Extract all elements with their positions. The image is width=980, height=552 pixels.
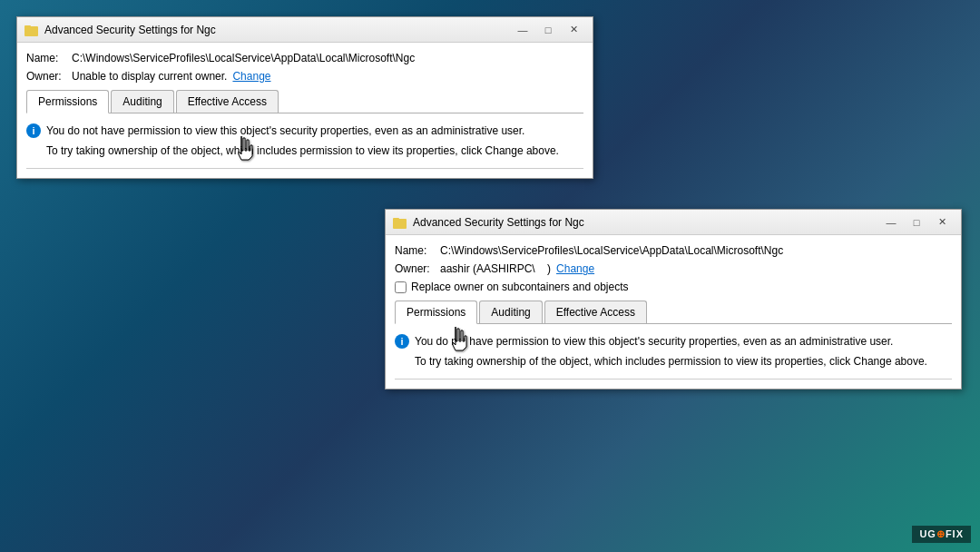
maximize-btn-1[interactable]: □ [536, 21, 560, 39]
window2-title: Advanced Security Settings for Ngc [413, 216, 879, 229]
tab-auditing-2[interactable]: Auditing [479, 301, 542, 323]
info-line2-1: To try taking ownership of the object, w… [46, 143, 559, 159]
window2-controls[interactable]: — □ ✕ [879, 213, 954, 232]
info-line1-2: You do not have permission to view this … [415, 333, 927, 350]
info-icon-2: i [395, 334, 409, 349]
tab-auditing-1[interactable]: Auditing [111, 90, 173, 113]
name-row-2: Name: C:\Windows\ServiceProfiles\LocalSe… [395, 244, 952, 257]
owner-label-1: Owner: [26, 70, 72, 83]
close-btn-2[interactable]: ✕ [930, 213, 954, 232]
info-icon-1: i [26, 123, 41, 138]
tabs-1: Permissions Auditing Effective Access [26, 90, 583, 113]
watermark: UG⊕FIX [912, 526, 971, 543]
owner-change-link-1[interactable]: Change [232, 70, 270, 83]
info-text-2: You do not have permission to view this … [415, 333, 927, 370]
svg-rect-3 [393, 218, 399, 221]
window1-title: Advanced Security Settings for Ngc [44, 24, 511, 36]
info-line1-1: You do not have permission to view this … [46, 123, 559, 139]
tab-permissions-1[interactable]: Permissions [26, 90, 109, 113]
title-bar-1[interactable]: Advanced Security Settings for Ngc — □ ✕ [17, 17, 593, 43]
folder-icon-1 [24, 23, 39, 37]
tab-permissions-2[interactable]: Permissions [395, 301, 477, 324]
name-label-2: Name: [395, 244, 440, 257]
owner-label-2: Owner: [395, 262, 440, 275]
window1-controls[interactable]: — □ ✕ [511, 21, 585, 39]
info-panel-2: i You do not have permission to view thi… [395, 324, 952, 380]
maximize-btn-2[interactable]: □ [905, 213, 928, 232]
close-btn-1[interactable]: ✕ [562, 21, 585, 39]
name-row-1: Name: C:\Windows\ServiceProfiles\LocalSe… [26, 52, 583, 64]
window1: Advanced Security Settings for Ngc — □ ✕… [16, 16, 593, 179]
info-panel-1: i You do not have permission to view thi… [26, 113, 583, 169]
minimize-btn-2[interactable]: — [879, 213, 903, 232]
watermark-highlight: ⊕ [936, 528, 946, 539]
folder-icon-2 [393, 215, 407, 230]
replace-owner-label: Replace owner on subcontainers and objec… [411, 281, 628, 293]
svg-rect-1 [24, 25, 31, 28]
info-line2-2: To try taking ownership of the object, w… [415, 353, 927, 370]
window1-content: Name: C:\Windows\ServiceProfiles\LocalSe… [17, 43, 593, 178]
owner-value-2: aashir (AASHIRPC\ [440, 262, 535, 275]
name-value-2: C:\Windows\ServiceProfiles\LocalService\… [440, 244, 783, 257]
owner-value-1: Unable to display current owner. [72, 70, 227, 83]
name-label-1: Name: [26, 52, 72, 64]
name-value-1: C:\Windows\ServiceProfiles\LocalService\… [72, 52, 415, 64]
owner-row-2: Owner: aashir (AASHIRPC\ ) Change [395, 262, 952, 275]
tab-effective-access-2[interactable]: Effective Access [544, 301, 647, 323]
window2: Advanced Security Settings for Ngc — □ ✕… [385, 209, 962, 389]
checkbox-row-2: Replace owner on subcontainers and objec… [395, 281, 952, 293]
info-text-1: You do not have permission to view this … [46, 123, 559, 159]
window2-content: Name: C:\Windows\ServiceProfiles\LocalSe… [386, 235, 961, 389]
tabs-2: Permissions Auditing Effective Access [395, 301, 952, 324]
minimize-btn-1[interactable]: — [511, 21, 534, 39]
tab-effective-access-1[interactable]: Effective Access [176, 90, 279, 113]
owner-change-link-2[interactable]: Change [556, 262, 594, 275]
owner-row-1: Owner: Unable to display current owner. … [26, 70, 583, 83]
title-bar-2[interactable]: Advanced Security Settings for Ngc — □ ✕ [386, 210, 961, 235]
replace-owner-checkbox[interactable] [395, 281, 407, 293]
owner-value2-2: ) [535, 262, 551, 275]
